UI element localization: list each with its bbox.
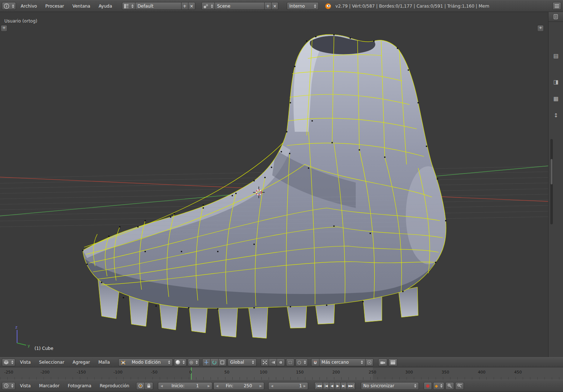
next-keyframe-button[interactable]: ▶| (340, 382, 347, 390)
scene-browse-button[interactable] (201, 2, 215, 10)
transform-orientation-select[interactable]: Global (228, 359, 257, 366)
screen-layout-browse-button[interactable] (122, 2, 135, 10)
av-sync-value: No sincronizar (363, 383, 394, 388)
decrement-arrow-icon[interactable]: ◀ (216, 384, 218, 388)
menu-procesar[interactable]: Procesar (42, 4, 68, 9)
properties-scrollbar-thumb[interactable] (551, 159, 552, 184)
menu-vista-3d[interactable]: Vista (16, 360, 34, 365)
menu-archivo[interactable]: Archivo (17, 4, 41, 9)
scroll-arrows-icon[interactable]: ↕ (548, 112, 563, 119)
menu-malla[interactable]: Malla (95, 360, 114, 365)
viewport-canvas[interactable]: z y (0, 12, 548, 357)
scene-tab-icon[interactable]: ◨ (548, 79, 563, 85)
viewport-3d[interactable]: z y Usuario (ortog) (1) Cube + + (0, 12, 548, 357)
current-frame-field[interactable]: ◀ 1 ▶ (268, 382, 308, 390)
mode-arrows (168, 360, 170, 364)
pivot-point-select[interactable]: ◎ (188, 359, 200, 366)
jump-to-end-button[interactable]: ▶▶| (347, 382, 355, 390)
render-engine-select[interactable]: Interno (287, 2, 319, 10)
snap-toggle-button[interactable] (311, 359, 319, 366)
menu-vista-timeline[interactable]: Vista (16, 383, 34, 388)
frame-start-field[interactable]: ◀ Inicio: 1 ▶ (158, 382, 212, 390)
render-engine-value: Interno (289, 4, 305, 9)
properties-editor-icon (553, 14, 558, 19)
view3d-header: Vista Seleccionar Agregar Malla Modo Edi… (0, 357, 563, 367)
snap-element-value: Más cercano (322, 360, 349, 365)
viewport-shading-select[interactable] (174, 359, 187, 366)
snap-target-button[interactable] (365, 359, 374, 366)
screen-layout-value: Default (138, 4, 154, 9)
axis-y-label: y (28, 343, 30, 348)
increment-arrow-icon[interactable]: ▶ (208, 384, 210, 388)
keying-set-select[interactable]: ◆ (433, 382, 444, 390)
menu-fotograma[interactable]: Fotograma (64, 383, 95, 388)
scene-close-button[interactable]: × (271, 2, 278, 10)
boot-mesh[interactable] (82, 34, 451, 310)
timeline-ruler[interactable]: -250 -200 -150 -100 -50 0 50 100 150 200… (0, 367, 563, 380)
screen-layout-add-button[interactable]: + (181, 2, 188, 10)
decrement-arrow-icon[interactable]: ◀ (160, 384, 163, 388)
scene-field[interactable]: Scene (215, 2, 265, 10)
properties-panel-expand-button[interactable]: + (537, 25, 544, 32)
select-mode-edge-button[interactable] (269, 359, 277, 366)
decrement-arrow-icon[interactable]: ◀ (271, 384, 273, 388)
screen-layout-close-button[interactable]: × (188, 2, 195, 10)
auto-keyframe-toggle[interactable] (136, 382, 145, 390)
mode-select[interactable]: Modo Edición (118, 359, 173, 366)
menu-ventana[interactable]: Ventana (69, 4, 94, 9)
editor-type-button-info[interactable] (2, 2, 16, 10)
opengl-render-animation-button[interactable] (388, 359, 397, 366)
menu-ayuda[interactable]: Ayuda (95, 4, 116, 9)
select-mode-face-button[interactable] (277, 359, 285, 366)
modifiers-tab-icon[interactable]: ▦ (548, 95, 563, 102)
timeline-header: Vista Marcador Fotograma Reproducción ◀ … (0, 380, 563, 392)
snap-element-select[interactable]: Más cercano (319, 359, 366, 366)
menu-marcador[interactable]: Marcador (36, 383, 63, 388)
ruler-tick: 50 (224, 370, 229, 375)
menu-reproduccion[interactable]: Reproducción (96, 383, 133, 388)
editor-type-button-3dview[interactable] (2, 359, 15, 366)
editor-type-button-timeline[interactable] (2, 382, 15, 390)
play-button[interactable]: ▶ (335, 382, 341, 390)
ruler-minor-ticks (0, 377, 563, 380)
play-reverse-button[interactable]: ◀ (329, 382, 335, 390)
increment-arrow-icon[interactable]: ▶ (260, 384, 262, 388)
frame-end-field[interactable]: ◀ Fin: 250 ▶ (213, 382, 264, 390)
limit-selection-visible-toggle[interactable] (286, 359, 294, 366)
select-mode-vertex-button[interactable] (261, 359, 269, 366)
manipulator-translate-toggle[interactable] (202, 359, 211, 366)
insert-keyframe-button[interactable] (445, 382, 454, 390)
rotate-icon (212, 360, 217, 365)
record-animation-button[interactable] (424, 382, 432, 390)
scene-add-button[interactable]: + (264, 2, 272, 10)
opengl-render-image-button[interactable] (378, 359, 387, 366)
increment-arrow-icon[interactable]: ▶ (303, 384, 306, 388)
toolshelf-expand-button[interactable]: + (1, 25, 7, 32)
key-icon (447, 383, 452, 388)
menu-seleccionar[interactable]: Seleccionar (36, 360, 68, 365)
properties-scrollbar[interactable] (550, 139, 553, 224)
av-sync-select[interactable]: No sincronizar (361, 382, 419, 390)
keyingset-lock-toggle[interactable] (144, 382, 153, 390)
edge-select-icon (270, 360, 275, 365)
delete-keyframe-button[interactable] (455, 382, 464, 390)
render-tab-icon[interactable]: ▤ (548, 53, 563, 59)
snap-arrows (361, 360, 363, 364)
prev-keyframe-button[interactable]: |◀ (323, 382, 329, 390)
screen-layout-field[interactable]: Default (135, 2, 181, 10)
properties-editor-header[interactable] (548, 12, 563, 22)
manipulator-rotate-toggle[interactable] (210, 359, 219, 366)
proportional-edit-select[interactable]: ○ (295, 359, 307, 366)
menu-agregar[interactable]: Agregar (69, 360, 94, 365)
frame-start-value: 1 (196, 383, 199, 388)
manipulator-scale-toggle[interactable] (218, 359, 227, 366)
ruler-tick: 100 (260, 370, 268, 375)
jump-to-start-button[interactable]: |◀◀ (314, 382, 323, 390)
keying-set-arrows (440, 384, 442, 388)
record-icon (425, 384, 430, 388)
editor-type-arrows (11, 384, 13, 388)
properties-editor-strip[interactable]: ▤ ◨ ▦ ↕ (548, 12, 563, 357)
current-frame-value: 1 (277, 383, 302, 388)
av-sync-arrows (414, 384, 416, 388)
info-bar-corner-icon[interactable] (552, 2, 561, 10)
